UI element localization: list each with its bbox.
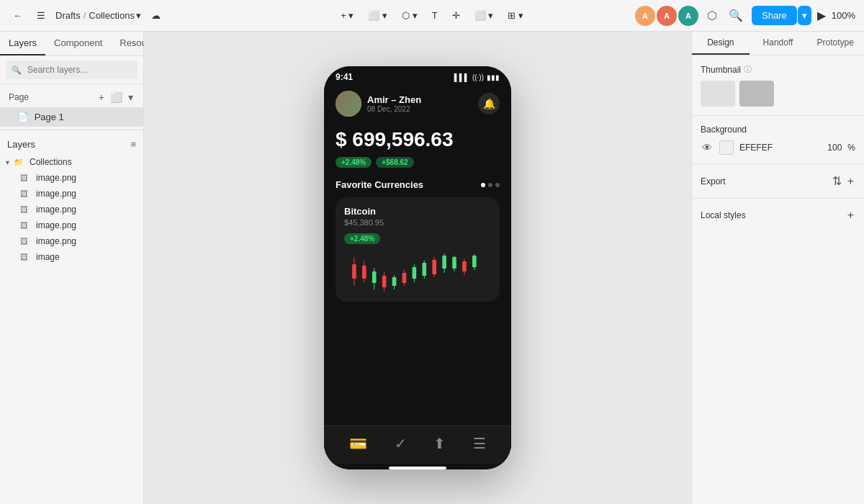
crypto-badge: +2.48%: [344, 233, 380, 244]
topbar-right: A A A ⬡ 🔍 Design Share ▾ ▶ 100%: [577, 6, 855, 26]
main-layout: Layers Component Resource 🔍 Page + ⬜ ▾ 📄…: [0, 32, 864, 504]
status-time: 9:41: [336, 72, 353, 82]
status-icons: ▌▌▌ ((·)) ▮▮▮: [454, 73, 500, 81]
list-item[interactable]: 🖼 image.png: [0, 202, 143, 217]
left-sidebar: Layers Component Resource 🔍 Page + ⬜ ▾ 📄…: [0, 32, 144, 504]
balance-amount: $ 699,596.63: [336, 128, 500, 151]
tab-design[interactable]: Design: [692, 32, 750, 55]
avatar-3: A: [678, 6, 698, 26]
percentage-tag: +2.48%: [336, 157, 372, 168]
list-item[interactable]: 🖼 image.png: [0, 170, 143, 186]
dot-3: [495, 183, 500, 187]
carousel-dots: [481, 183, 500, 187]
color-swatch[interactable]: [719, 140, 734, 155]
phone-content: Amir – Zhen 08 Dec, 2022 🔔 $ 699,596.63 …: [324, 85, 511, 426]
frame-tool-button[interactable]: ⬜ ▾: [364, 7, 392, 24]
svg-rect-21: [452, 257, 456, 269]
layers-header: Layers ≡: [0, 133, 143, 154]
move-tool-button[interactable]: ✛: [448, 7, 464, 24]
list-item[interactable]: 🖼 image: [0, 249, 143, 265]
profile-info: Amir – Zhen 08 Dec, 2022: [336, 91, 421, 117]
image-icon: 🖼: [20, 253, 32, 261]
background-title: Background: [701, 125, 855, 135]
dot-2: [488, 183, 492, 187]
notification-button[interactable]: 🔔: [478, 93, 500, 114]
text-tool-button[interactable]: T: [428, 7, 442, 24]
favorites-title: Favorite Currencies: [336, 179, 423, 190]
layer-group-collections[interactable]: ▾ 📁 Collections: [0, 154, 143, 170]
image-icon: 🖼: [20, 174, 32, 182]
thumbnail-preview: [701, 81, 855, 107]
page-section-label: Page: [9, 92, 29, 102]
export-actions: ⇅ +: [831, 173, 855, 189]
search-button[interactable]: 🔍: [726, 6, 746, 25]
export-settings-button[interactable]: ⇅: [831, 173, 843, 189]
bg-hex-value[interactable]: EFEFEF: [739, 143, 822, 153]
layers-tree: ▾ 📁 Collections 🖼 image.png 🖼 image.png …: [0, 154, 143, 265]
search-wrapper: 🔍: [6, 60, 138, 79]
cloud-status-button[interactable]: ☁: [147, 7, 165, 24]
menu-button[interactable]: ☰: [32, 7, 50, 24]
collections-breadcrumb[interactable]: Collections ▾: [89, 10, 141, 21]
group-name: Collections: [30, 157, 138, 167]
share-dropdown-button[interactable]: ▾: [798, 6, 811, 25]
page-section-header: Page + ⬜ ▾: [0, 84, 143, 107]
grid-tool-button[interactable]: ⊞ ▾: [503, 7, 528, 24]
balance-tags: +2.48% +$68.62: [336, 157, 500, 168]
back-button[interactable]: ←: [9, 7, 27, 24]
transform-tool-button[interactable]: ⬜ ▾: [470, 7, 498, 24]
add-page-button[interactable]: +: [97, 90, 106, 104]
caret-icon: ▾: [6, 158, 9, 166]
profile-details: Amir – Zhen 08 Dec, 2022: [367, 94, 421, 113]
export-section: Export ⇅ +: [692, 164, 864, 199]
shape-tool-button[interactable]: ⬡ ▾: [397, 7, 422, 24]
export-add-button[interactable]: +: [846, 173, 855, 189]
page-icon: 📄: [17, 112, 29, 122]
breadcrumb-drafts: Drafts: [55, 10, 81, 21]
tab-prototype[interactable]: Prototype: [806, 32, 864, 55]
nav-send-icon[interactable]: ⬆: [431, 432, 449, 455]
nav-check-icon[interactable]: ✓: [392, 432, 410, 455]
list-item[interactable]: 🖼 image.png: [0, 233, 143, 249]
right-sidebar: Design Handoff Prototype Thumbnail ⓘ Bac…: [691, 32, 864, 504]
avatar-group: A A A: [635, 6, 698, 26]
svg-rect-11: [402, 273, 407, 283]
avatar-1: A: [635, 6, 655, 26]
nav-home-icon[interactable]: 💳: [346, 432, 370, 455]
page-item-1[interactable]: 📄 Page 1: [0, 107, 143, 127]
tab-component[interactable]: Component: [45, 32, 111, 55]
local-styles-add-button[interactable]: +: [846, 207, 855, 223]
crypto-name: Bitcoin: [344, 206, 491, 217]
share-button[interactable]: Design Share: [752, 6, 797, 25]
nav-menu-icon[interactable]: ☰: [470, 432, 489, 455]
canvas[interactable]: 9:41 ▌▌▌ ((·)) ▮▮▮: [144, 32, 691, 504]
page-actions: + ⬜ ▾: [97, 90, 135, 104]
thumbnail-title: Thumbnail ⓘ: [701, 64, 855, 75]
profile-date: 08 Dec, 2022: [367, 105, 421, 113]
crypto-card[interactable]: Bitcoin $45,380.95 +2.48%: [336, 197, 500, 302]
battery-icon: ▮▮▮: [487, 73, 500, 81]
search-row: 🔍: [0, 56, 143, 84]
chart-svg: [344, 250, 491, 293]
svg-rect-13: [413, 267, 417, 279]
svg-rect-19: [442, 256, 446, 269]
visibility-toggle[interactable]: 👁: [701, 140, 714, 155]
page-layout-button[interactable]: ⬜: [109, 90, 124, 104]
plugin-button[interactable]: ⬡: [704, 6, 720, 25]
avatar-image: [336, 91, 361, 117]
layers-options-button[interactable]: ≡: [130, 139, 136, 150]
svg-rect-7: [382, 276, 387, 287]
svg-rect-3: [362, 266, 366, 279]
page-expand-button[interactable]: ▾: [127, 90, 135, 104]
tab-layers[interactable]: Layers: [0, 32, 45, 55]
local-styles-section: Local styles +: [692, 199, 864, 232]
play-button[interactable]: ▶: [817, 9, 826, 22]
status-bar: 9:41 ▌▌▌ ((·)) ▮▮▮: [324, 66, 511, 85]
search-layers-input[interactable]: [24, 63, 132, 76]
list-item[interactable]: 🖼 image.png: [0, 217, 143, 233]
tab-handoff[interactable]: Handoff: [750, 32, 807, 55]
list-item[interactable]: 🖼 image.png: [0, 186, 143, 202]
topbar-left: ← ☰ Drafts / Collections ▾ ☁: [9, 7, 287, 24]
add-tool-button[interactable]: + ▾: [336, 7, 358, 24]
thumbnail-section: Thumbnail ⓘ: [692, 55, 864, 116]
